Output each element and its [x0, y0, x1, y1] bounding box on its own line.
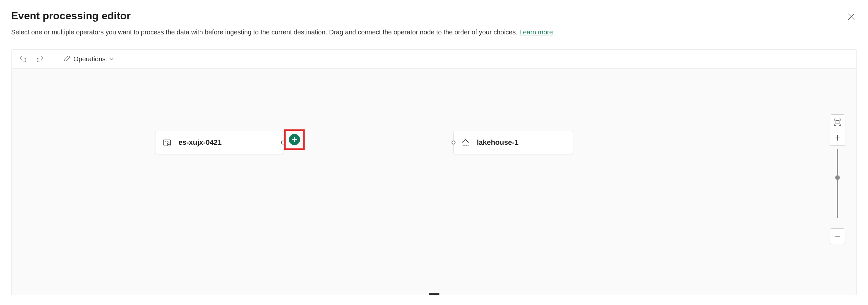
wrench-icon — [63, 55, 70, 63]
resize-handle[interactable] — [429, 293, 439, 295]
add-operator-highlight — [284, 129, 305, 150]
toolbar: Operations — [11, 49, 857, 68]
event-stream-icon — [162, 138, 172, 147]
redo-icon — [36, 55, 43, 63]
add-operator-button[interactable] — [289, 134, 300, 145]
page-title: Event processing editor — [11, 10, 846, 22]
subtitle-text: Select one or multiple operators you wan… — [11, 29, 520, 36]
source-node[interactable]: es-xujx-0421 — [155, 131, 283, 154]
fit-to-screen-icon — [833, 118, 842, 127]
zoom-out-button[interactable] — [830, 228, 845, 244]
close-button[interactable] — [846, 11, 857, 22]
zoom-panel — [830, 114, 845, 244]
destination-input-port[interactable] — [452, 140, 456, 144]
fit-to-screen-button[interactable] — [830, 114, 845, 130]
lakehouse-icon — [460, 138, 470, 147]
plus-icon — [834, 134, 841, 141]
minus-icon — [834, 233, 841, 240]
learn-more-link[interactable]: Learn more — [520, 29, 553, 36]
redo-button[interactable] — [34, 54, 45, 64]
destination-node[interactable]: lakehouse-1 — [454, 131, 573, 154]
chevron-down-icon — [109, 56, 114, 62]
canvas[interactable]: es-xujx-0421 lakehouse-1 — [11, 68, 857, 295]
close-icon — [848, 13, 855, 20]
zoom-slider[interactable] — [830, 146, 845, 221]
toolbar-divider — [53, 54, 53, 64]
zoom-slider-thumb[interactable] — [835, 175, 840, 180]
zoom-slider-track — [837, 149, 838, 218]
svg-rect-6 — [836, 121, 839, 124]
destination-node-label: lakehouse-1 — [477, 138, 519, 147]
undo-button[interactable] — [18, 54, 29, 64]
plus-icon — [292, 137, 297, 142]
operations-label: Operations — [73, 55, 105, 63]
undo-icon — [19, 55, 27, 63]
operations-dropdown[interactable]: Operations — [61, 54, 116, 64]
page-subtitle: Select one or multiple operators you wan… — [11, 27, 846, 37]
source-node-label: es-xujx-0421 — [178, 138, 222, 147]
zoom-in-button[interactable] — [830, 130, 845, 146]
